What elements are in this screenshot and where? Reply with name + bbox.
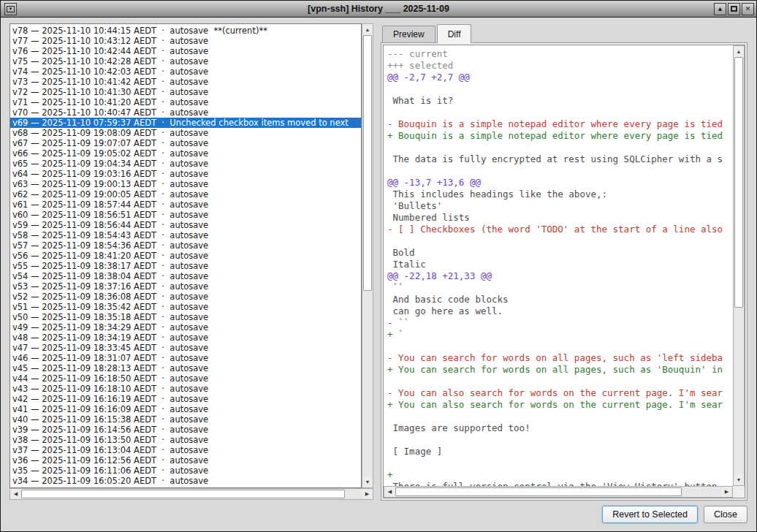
diff-line: 'Bullets' (387, 200, 733, 212)
window-menu-button[interactable]: ▼ (4, 3, 17, 15)
version-row[interactable]: v63 — 2025-11-09 19:00:13 AEDT · autosav… (10, 179, 361, 189)
version-row[interactable]: v53 — 2025-11-09 18:37:16 AEDT · autosav… (10, 281, 361, 292)
diff-line (387, 235, 733, 247)
version-row[interactable]: v45 — 2025-11-09 18:28:13 AEDT · autosav… (10, 363, 361, 373)
version-row[interactable]: v34 — 2025-11-09 16:05:20 AEDT · autosav… (10, 476, 361, 486)
version-row[interactable]: v65 — 2025-11-09 19:04:34 AEDT · autosav… (10, 159, 361, 169)
diff-line (387, 107, 733, 118)
version-row[interactable]: v43 — 2025-11-09 16:18:10 AEDT · autosav… (10, 384, 361, 394)
version-row[interactable]: v59 — 2025-11-09 18:56:44 AEDT · autosav… (10, 220, 361, 230)
close-button[interactable]: Close (704, 506, 748, 523)
shade-icon: ▲ (717, 6, 723, 12)
diff-line: - You can search for words on all pages,… (387, 352, 733, 364)
vscroll-thumb[interactable] (363, 35, 372, 291)
tab-preview[interactable]: Preview (382, 26, 435, 42)
version-row[interactable]: v71 — 2025-11-10 10:41:20 AEDT · autosav… (10, 97, 361, 107)
scroll-right-icon[interactable]: ▶ (362, 489, 373, 499)
diff-text: --- current+++ selected@@ -2,7 +2,7 @@ W… (384, 45, 733, 486)
vscroll-track[interactable] (362, 35, 373, 476)
version-row[interactable]: v40 — 2025-11-09 16:15:38 AEDT · autosav… (10, 414, 361, 425)
tab-diff[interactable]: Diff (437, 24, 472, 43)
scroll-down-icon[interactable]: ▼ (362, 476, 373, 487)
diff-line (387, 457, 733, 469)
diff-hscroll-track[interactable] (395, 487, 721, 497)
version-row[interactable]: v54 — 2025-11-09 18:38:04 AEDT · autosav… (10, 271, 361, 281)
version-row[interactable]: v69 — 2025-11-10 07:59:37 AEDT · Uncheck… (10, 118, 361, 128)
version-history-panel: v78 — 2025-11-10 10:44:15 AEDT · autosav… (9, 23, 373, 501)
version-row[interactable]: v76 — 2025-11-10 10:42:44 AEDT · autosav… (10, 46, 361, 56)
version-row[interactable]: v68 — 2025-11-09 19:08:09 AEDT · autosav… (10, 128, 361, 138)
version-row[interactable]: v60 — 2025-11-09 18:56:51 AEDT · autosav… (10, 210, 361, 220)
version-row[interactable]: v61 — 2025-11-09 18:57:44 AEDT · autosav… (10, 200, 361, 210)
diff-line: + You can also search for words on the c… (387, 399, 733, 411)
diff-line (387, 341, 733, 352)
version-row[interactable]: v62 — 2025-11-09 19:00:05 AEDT · autosav… (10, 189, 361, 200)
version-row[interactable]: v37 — 2025-11-09 16:13:04 AEDT · autosav… (10, 445, 361, 455)
scroll-left-icon[interactable]: ◀ (384, 487, 395, 497)
version-row[interactable]: v35 — 2025-11-09 16:11:06 AEDT · autosav… (10, 466, 361, 476)
version-row[interactable]: v51 — 2025-11-09 18:35:42 AEDT · autosav… (10, 302, 361, 312)
diff-vscroll-thumb[interactable] (734, 57, 743, 308)
shade-button[interactable]: ▲ (714, 3, 726, 15)
diff-vscrollbar[interactable]: ▲ ▼ (733, 45, 745, 486)
version-row[interactable]: v56 — 2025-11-09 18:41:20 AEDT · autosav… (10, 251, 361, 261)
window-menu-icon: ▼ (7, 6, 15, 12)
version-row[interactable]: v39 — 2025-11-09 16:14:56 AEDT · autosav… (10, 425, 361, 435)
scroll-up-icon[interactable]: ▲ (734, 46, 744, 57)
titlebar-close-button[interactable]: ✕ (742, 3, 754, 15)
version-row[interactable]: v52 — 2025-11-09 18:36:08 AEDT · autosav… (10, 292, 361, 302)
diff-line: - Bouquin is a simple notepad editor whe… (387, 118, 733, 130)
diff-hscroll-thumb[interactable] (395, 487, 682, 496)
diff-vscroll-track[interactable] (734, 57, 744, 474)
diff-pane: --- current+++ selected@@ -2,7 +2,7 @@ W… (381, 42, 748, 501)
hscroll-track[interactable] (21, 489, 362, 499)
version-row[interactable]: v50 — 2025-11-09 18:35:18 AEDT · autosav… (10, 312, 361, 322)
scroll-down-icon[interactable]: ▼ (734, 474, 744, 485)
hscroll-thumb[interactable] (21, 490, 345, 498)
diff-line: There is full version control via the 'V… (387, 481, 733, 486)
version-row[interactable]: v38 — 2025-11-09 16:13:50 AEDT · autosav… (10, 435, 361, 445)
version-row[interactable]: v75 — 2025-11-10 10:42:28 AEDT · autosav… (10, 56, 361, 66)
diff-hscrollbar[interactable]: ◀ ▶ (384, 486, 733, 498)
version-row[interactable]: v58 — 2025-11-09 18:54:43 AEDT · autosav… (10, 230, 361, 240)
version-row[interactable]: v47 — 2025-11-09 18:33:45 AEDT · autosav… (10, 343, 361, 353)
close-icon: ✕ (745, 6, 751, 12)
version-row[interactable]: v41 — 2025-11-09 16:16:09 AEDT · autosav… (10, 404, 361, 414)
diff-line: - [ ] Checkboxes (the word 'TODO' at the… (387, 224, 733, 235)
version-list-vscrollbar[interactable]: ▲ ▼ (362, 23, 373, 488)
version-row[interactable]: v72 — 2025-11-10 10:41:30 AEDT · autosav… (10, 87, 361, 97)
version-row[interactable]: v67 — 2025-11-09 19:07:07 AEDT · autosav… (10, 138, 361, 148)
version-list-hscrollbar[interactable]: ◀ ▶ (9, 488, 373, 500)
version-row[interactable]: v77 — 2025-11-10 10:43:12 AEDT · autosav… (10, 36, 361, 46)
version-row[interactable]: v74 — 2025-11-10 10:42:03 AEDT · autosav… (10, 66, 361, 77)
version-row[interactable]: v64 — 2025-11-09 19:03:16 AEDT · autosav… (10, 169, 361, 179)
history-dialog-window: ▼ [vpn-ssh] History ___ 2025-11-09 ▲ ✕ v… (0, 0, 757, 532)
diff-line (387, 411, 733, 422)
version-row[interactable]: v73 — 2025-11-10 10:41:42 AEDT · autosav… (10, 77, 361, 87)
diff-line: + You can search for words on all pages,… (387, 364, 733, 376)
scroll-left-icon[interactable]: ◀ (10, 489, 21, 499)
version-row[interactable]: v48 — 2025-11-09 18:34:19 AEDT · autosav… (10, 332, 361, 343)
scroll-right-icon[interactable]: ▶ (721, 487, 732, 497)
revert-to-selected-button[interactable]: Revert to Selected (602, 506, 698, 523)
version-row[interactable]: v42 — 2025-11-09 16:16:19 AEDT · autosav… (10, 394, 361, 404)
version-row[interactable]: v49 — 2025-11-09 18:34:29 AEDT · autosav… (10, 322, 361, 332)
version-row[interactable]: v55 — 2025-11-09 18:38:17 AEDT · autosav… (10, 261, 361, 271)
diff-line (387, 83, 733, 95)
diff-line: - You can also search for words on the c… (387, 387, 733, 399)
version-row[interactable]: v44 — 2025-11-09 16:18:50 AEDT · autosav… (10, 373, 361, 384)
scroll-up-icon[interactable]: ▲ (362, 24, 373, 35)
scrollbar-corner (733, 486, 745, 498)
version-row[interactable]: v78 — 2025-11-10 10:44:15 AEDT · autosav… (10, 26, 361, 36)
version-row[interactable]: v66 — 2025-11-09 19:05:02 AEDT · autosav… (10, 148, 361, 159)
version-row[interactable]: v46 — 2025-11-09 18:31:07 AEDT · autosav… (10, 353, 361, 363)
footer: Revert to Selected Close (1, 501, 756, 531)
diff-line: can go here as well. (387, 305, 733, 317)
diff-frame: --- current+++ selected@@ -2,7 +2,7 @@ W… (383, 45, 745, 498)
version-row[interactable]: v57 — 2025-11-09 18:54:36 AEDT · autosav… (10, 240, 361, 251)
version-list[interactable]: v78 — 2025-11-10 10:44:15 AEDT · autosav… (9, 23, 362, 488)
maximize-button[interactable] (728, 3, 740, 15)
diff-line: + Bouquin is a simple notepad editor whe… (387, 130, 733, 142)
version-row[interactable]: v36 — 2025-11-09 16:12:56 AEDT · autosav… (10, 455, 361, 466)
version-row[interactable]: v70 — 2025-11-10 10:40:47 AEDT · autosav… (10, 107, 361, 118)
